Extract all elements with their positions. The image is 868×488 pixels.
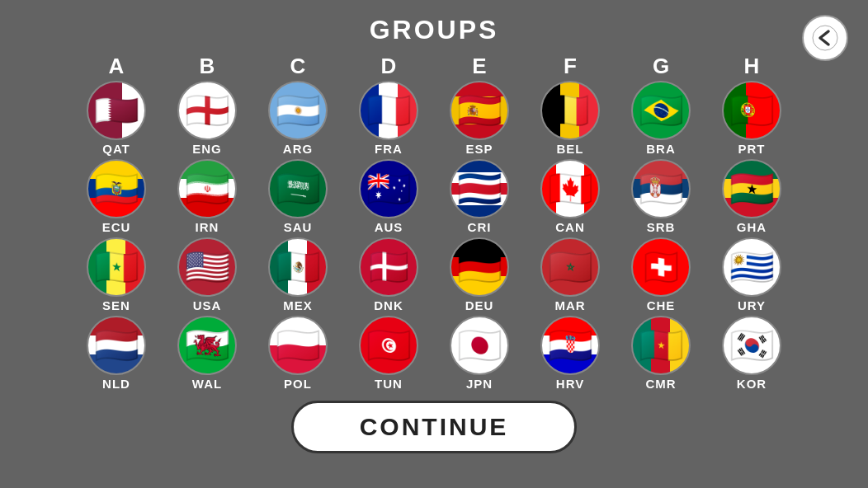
team-cell-sau[interactable]: 🇸🇦SAU [252, 159, 343, 234]
team-label-nld: NLD [102, 377, 130, 391]
page-title: GROUPS [370, 15, 499, 45]
flag-prt: 🇵🇹 [722, 81, 781, 140]
team-cell-dnk[interactable]: 🇩🇰DNK [343, 237, 434, 312]
team-cell-mar[interactable]: 🇲🇦MAR [525, 237, 616, 312]
team-cell-kor[interactable]: 🇰🇷KOR [706, 316, 797, 391]
flag-arg: 🇦🇷 [268, 81, 328, 140]
team-cell-usa[interactable]: 🇺🇸USA [162, 237, 252, 312]
flag-che: 🇨🇭 [631, 237, 691, 297]
team-label-sau: SAU [284, 220, 313, 234]
team-label-che: CHE [647, 298, 676, 312]
group-header-d: D [343, 54, 434, 79]
team-label-esp: ESP [465, 142, 493, 156]
team-label-arg: ARG [283, 142, 313, 156]
team-label-mar: MAR [554, 298, 585, 312]
team-cell-che[interactable]: 🇨🇭CHE [616, 237, 706, 312]
team-cell-eng[interactable]: 🏴󠁧󠁢󠁥󠁮󠁧󠁿ENG [162, 81, 252, 156]
team-label-cmr: CMR [645, 377, 676, 391]
team-label-tun: TUN [375, 377, 403, 391]
team-label-prt: PRT [738, 142, 766, 156]
flag-eng: 🏴󠁧󠁢󠁥󠁮󠁧󠁿 [177, 81, 237, 140]
flag-wal: 🏴󠁧󠁢󠁷󠁬󠁳󠁿 [177, 316, 237, 375]
flag-aus: 🇦🇺 [359, 159, 418, 218]
flag-gha: 🇬🇭 [722, 159, 781, 218]
team-cell-wal[interactable]: 🏴󠁧󠁢󠁷󠁬󠁳󠁿WAL [162, 316, 252, 391]
flag-jpn: 🇯🇵 [450, 316, 509, 375]
team-cell-ury[interactable]: 🇺🇾URY [706, 237, 797, 312]
group-header-f: F [525, 54, 616, 79]
flag-dnk: 🇩🇰 [359, 237, 418, 297]
team-cell-bel[interactable]: 🇧🇪BEL [525, 81, 616, 156]
team-cell-jpn[interactable]: 🇯🇵JPN [434, 316, 525, 391]
group-header-c: C [252, 54, 343, 79]
flag-ury: 🇺🇾 [722, 237, 781, 297]
team-label-wal: WAL [192, 377, 222, 391]
team-label-irn: IRN [196, 220, 219, 234]
flag-tun: 🇹🇳 [359, 316, 418, 375]
team-cell-cmr[interactable]: 🇨🇲CMR [616, 316, 706, 391]
team-cell-hrv[interactable]: 🇭🇷HRV [525, 316, 616, 391]
team-cell-prt[interactable]: 🇵🇹PRT [706, 81, 797, 156]
team-cell-arg[interactable]: 🇦🇷ARG [252, 81, 343, 156]
team-cell-nld[interactable]: 🇳🇱NLD [71, 316, 162, 391]
team-cell-can[interactable]: 🇨🇦CAN [525, 159, 616, 234]
flag-sen: 🇸🇳 [87, 237, 146, 297]
back-button[interactable] [802, 15, 848, 61]
group-headers-row: ABCDEFGH [71, 54, 797, 79]
team-label-srb: SRB [647, 220, 676, 234]
team-cell-fra[interactable]: 🇫🇷FRA [343, 81, 434, 156]
team-row-2: 🇪🇨ECU🇮🇷IRN🇸🇦SAU🇦🇺AUS🇨🇷CRI🇨🇦CAN🇷🇸SRB🇬🇭GHA [71, 159, 797, 237]
team-cell-aus[interactable]: 🇦🇺AUS [343, 159, 434, 234]
flag-pol: 🇵🇱 [268, 316, 328, 375]
flag-hrv: 🇭🇷 [540, 316, 600, 375]
flag-can: 🇨🇦 [540, 159, 600, 218]
group-header-b: B [162, 54, 252, 79]
team-cell-sen[interactable]: 🇸🇳SEN [71, 237, 162, 312]
flag-irn: 🇮🇷 [177, 159, 237, 218]
team-cell-pol[interactable]: 🇵🇱POL [252, 316, 343, 391]
team-label-gha: GHA [737, 220, 767, 234]
team-cell-gha[interactable]: 🇬🇭GHA [706, 159, 797, 234]
team-cell-esp[interactable]: 🇪🇸ESP [434, 81, 525, 156]
flag-nld: 🇳🇱 [87, 316, 146, 375]
groups-container: ABCDEFGH 🇶🇦QAT🏴󠁧󠁢󠁥󠁮󠁧󠁿ENG🇦🇷ARG🇫🇷FRA🇪🇸ESP🇧… [0, 54, 868, 394]
team-label-mex: MEX [283, 298, 313, 312]
team-label-ury: URY [738, 298, 766, 312]
team-label-eng: ENG [192, 142, 222, 156]
team-label-qat: QAT [102, 142, 130, 156]
team-cell-irn[interactable]: 🇮🇷IRN [162, 159, 252, 234]
team-label-hrv: HRV [556, 377, 584, 391]
flag-cmr: 🇨🇲 [631, 316, 691, 375]
team-row-3: 🇸🇳SEN🇺🇸USA🇲🇽MEX🇩🇰DNK🇩🇪DEU🇲🇦MAR🇨🇭CHE🇺🇾URY [71, 237, 797, 316]
flag-qat: 🇶🇦 [87, 81, 146, 140]
team-row-1: 🇶🇦QAT🏴󠁧󠁢󠁥󠁮󠁧󠁿ENG🇦🇷ARG🇫🇷FRA🇪🇸ESP🇧🇪BEL🇧🇷BRA… [71, 81, 797, 159]
team-label-bra: BRA [646, 142, 676, 156]
team-label-bel: BEL [557, 142, 584, 156]
team-label-dnk: DNK [374, 298, 403, 312]
team-label-aus: AUS [375, 220, 403, 234]
team-label-kor: KOR [737, 377, 767, 391]
team-cell-deu[interactable]: 🇩🇪DEU [434, 237, 525, 312]
flag-sau: 🇸🇦 [268, 159, 328, 218]
team-label-ecu: ECU [102, 220, 131, 234]
team-label-cri: CRI [468, 220, 492, 234]
team-cell-cri[interactable]: 🇨🇷CRI [434, 159, 525, 234]
team-label-sen: SEN [102, 298, 130, 312]
team-cell-bra[interactable]: 🇧🇷BRA [616, 81, 706, 156]
team-cell-qat[interactable]: 🇶🇦QAT [71, 81, 162, 156]
team-cell-tun[interactable]: 🇹🇳TUN [343, 316, 434, 391]
group-header-g: G [616, 54, 706, 79]
flag-esp: 🇪🇸 [450, 81, 509, 140]
team-cell-ecu[interactable]: 🇪🇨ECU [71, 159, 162, 234]
flag-ecu: 🇪🇨 [87, 159, 146, 218]
flag-mar: 🇲🇦 [540, 237, 600, 297]
team-label-pol: POL [284, 377, 312, 391]
team-cell-srb[interactable]: 🇷🇸SRB [616, 159, 706, 234]
continue-button[interactable]: CONTINUE [291, 401, 578, 453]
group-header-e: E [434, 54, 525, 79]
group-header-h: H [706, 54, 797, 79]
flag-srb: 🇷🇸 [631, 159, 691, 218]
team-cell-mex[interactable]: 🇲🇽MEX [252, 237, 343, 312]
team-label-fra: FRA [375, 142, 403, 156]
flag-cri: 🇨🇷 [450, 159, 509, 218]
